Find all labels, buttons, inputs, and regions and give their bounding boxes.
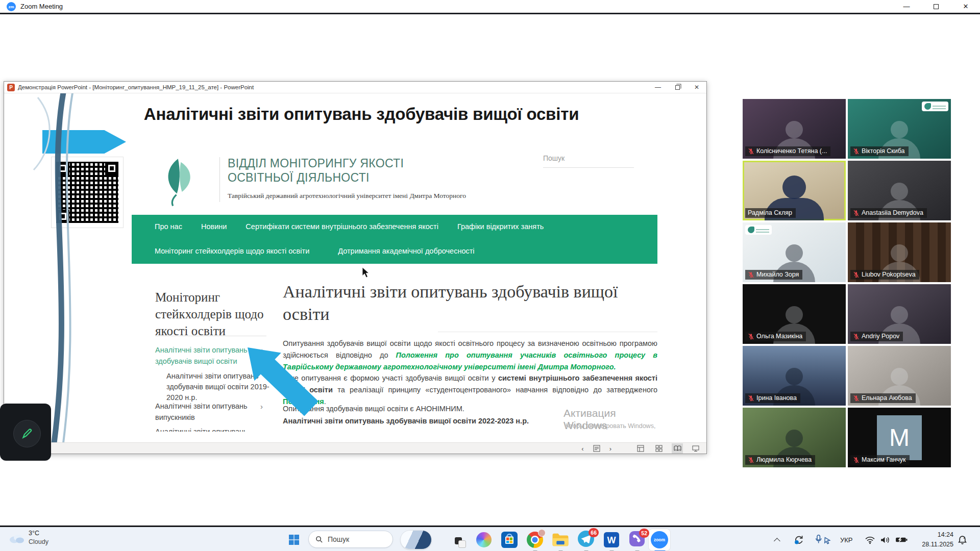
tray-expand-button[interactable] bbox=[776, 527, 780, 551]
muted-mic-icon bbox=[748, 333, 754, 340]
participant-tile-3[interactable]: Радміла Скляр bbox=[743, 161, 846, 220]
nav-integrity: Дотримання академічної доброчесності bbox=[338, 247, 474, 255]
notifications-bell-icon[interactable]: z bbox=[958, 527, 967, 551]
leaf-icon bbox=[748, 227, 754, 233]
wifi-tray-icon[interactable] bbox=[865, 527, 875, 551]
participant-name: Andriy Popov bbox=[862, 333, 899, 340]
participant-tile-4[interactable]: Anastasiia Demydova bbox=[848, 161, 951, 220]
participant-tile-11[interactable]: Людмила Кюрчева bbox=[743, 408, 846, 467]
muted-mic-icon bbox=[853, 210, 860, 216]
microsoft-store-button[interactable] bbox=[499, 530, 520, 550]
participant-tile-1[interactable]: Колісниченко Тетяна (... bbox=[743, 99, 846, 159]
pen-icon bbox=[20, 427, 34, 440]
sync-tray-icon[interactable] bbox=[793, 527, 804, 551]
chrome-button[interactable] bbox=[525, 530, 545, 550]
ppt-minimize-button[interactable]: — bbox=[648, 82, 668, 93]
participant-name-label: Ельнара Аюбова bbox=[850, 393, 916, 403]
nav-monitoring: Моніторинг стейкхолдерів щодо якості осв… bbox=[155, 247, 309, 255]
zoom-taskbar-button[interactable]: zoom bbox=[648, 529, 671, 551]
svg-text:W: W bbox=[607, 535, 616, 545]
zoom-window-title: Zoom Meeting bbox=[20, 3, 63, 10]
sidebar-link-analytic-reports: Аналітичні звіти опитувань здобувачів ви… bbox=[155, 345, 260, 367]
participant-name: Людмила Кюрчева bbox=[756, 456, 812, 463]
logo-text-lines bbox=[756, 228, 769, 233]
viber-button[interactable]: 52 bbox=[627, 530, 647, 550]
participant-name: Вікторія Скиба bbox=[862, 147, 905, 155]
participant-tile-5[interactable]: Михайло Зоря bbox=[743, 222, 846, 282]
taskbar: 3°CCloudy Пошук 66 W 52 zoom bbox=[0, 525, 980, 551]
avatar: M bbox=[877, 415, 922, 460]
zoom-app-taskbar-icon: zoom bbox=[651, 531, 668, 548]
participant-name: Михайло Зоря bbox=[756, 271, 799, 278]
nav-schedules: Графіки відкритих занять bbox=[457, 222, 544, 231]
powerpoint-window: P Демонстрація PowerPoint - [Моніторинг_… bbox=[4, 81, 707, 454]
participant-tile-6[interactable]: Liubov Pokoptseva bbox=[848, 222, 951, 282]
site-header-title: ВІДДІЛ МОНІТОРИНГУ ЯКОСТІ ОСВІТНЬОЇ ДІЯЛ… bbox=[228, 156, 473, 185]
notes-button[interactable] bbox=[591, 443, 602, 454]
annotate-pen-button[interactable] bbox=[13, 420, 41, 447]
task-view-button[interactable] bbox=[448, 530, 469, 550]
muted-mic-icon bbox=[853, 395, 860, 402]
maximize-button[interactable] bbox=[922, 0, 950, 13]
muted-mic-icon bbox=[853, 333, 860, 340]
p2-text2: та реалізації принципу «студентоцентрова… bbox=[333, 386, 657, 394]
previous-slide-button[interactable]: ‹ bbox=[581, 445, 583, 453]
taskbar-search[interactable]: Пошук bbox=[308, 531, 393, 548]
weather-temp: 3°C bbox=[29, 529, 48, 538]
close-button[interactable]: ✕ bbox=[951, 0, 980, 13]
header-divider bbox=[219, 157, 220, 202]
participant-tile-9[interactable]: Ірина Іванова bbox=[743, 346, 846, 406]
file-explorer-button[interactable] bbox=[550, 530, 571, 550]
participant-name-label: Liubov Pokoptseva bbox=[850, 270, 919, 280]
participant-name-label: Вікторія Скиба bbox=[850, 146, 909, 156]
participant-tile-8[interactable]: Andriy Popov bbox=[848, 284, 951, 344]
next-slide-button[interactable]: › bbox=[609, 445, 611, 453]
participant-name-label: Anastasiia Demydova bbox=[850, 208, 927, 218]
participant-name-label: Колісниченко Тетяна (... bbox=[745, 146, 830, 156]
weather-condition: Cloudy bbox=[29, 538, 48, 546]
folder-icon bbox=[552, 533, 569, 547]
zoom-window-titlebar: zm Zoom Meeting — ✕ bbox=[0, 0, 980, 14]
normal-view-button[interactable] bbox=[635, 443, 646, 454]
participant-tile-7[interactable]: Ольга Мазикіна bbox=[743, 284, 846, 344]
store-icon bbox=[501, 532, 518, 548]
tray-date: 28.11.2025 bbox=[913, 540, 953, 549]
participant-tile-12[interactable]: M Максим Ганчук bbox=[848, 408, 951, 467]
paragraph-2: Таке опитування є формою участі здобувач… bbox=[283, 372, 657, 408]
battery-tray-icon[interactable] bbox=[895, 527, 908, 551]
participant-name: Anastasiia Demydova bbox=[862, 209, 923, 216]
mic-location-tray-icons[interactable] bbox=[815, 527, 832, 551]
university-logo-chip bbox=[745, 225, 772, 235]
reading-view-button[interactable] bbox=[672, 443, 683, 454]
chevron-down-icon: › bbox=[257, 349, 266, 352]
powerpoint-titlebar: P Демонстрація PowerPoint - [Моніторинг_… bbox=[4, 82, 706, 93]
site-search-underline bbox=[543, 167, 634, 168]
site-search-placeholder: Пошук bbox=[543, 154, 565, 162]
participant-name-label: Михайло Зоря bbox=[745, 270, 802, 280]
minimize-button[interactable]: — bbox=[892, 0, 921, 13]
clock[interactable]: 14:24 28.11.2025 bbox=[913, 530, 953, 549]
language-indicator[interactable]: УКР bbox=[840, 527, 853, 551]
leaf-icon bbox=[924, 103, 931, 110]
participant-tile-10[interactable]: Ельнара Аюбова bbox=[848, 346, 951, 406]
ppt-close-button[interactable]: ✕ bbox=[687, 82, 706, 93]
search-icon bbox=[315, 536, 323, 543]
participant-name: Максим Ганчук bbox=[862, 456, 906, 463]
volume-tray-icon[interactable] bbox=[880, 527, 891, 551]
weather-widget[interactable]: 3°CCloudy bbox=[7, 529, 48, 546]
slide-area: Аналітичні звіти опитувань здобувачів ви… bbox=[4, 93, 706, 442]
site-header-subtitle: Таврійський державний агротехнологічний … bbox=[228, 192, 466, 200]
widgets-button[interactable] bbox=[400, 530, 432, 549]
telegram-button[interactable]: 66 bbox=[576, 530, 596, 550]
ppt-restore-button[interactable] bbox=[668, 82, 687, 93]
word-button[interactable]: W bbox=[601, 530, 622, 550]
participant-tile-2[interactable]: Вікторія Скиба bbox=[848, 99, 951, 159]
participant-name: Liubov Pokoptseva bbox=[862, 271, 916, 278]
cyan-banner-arrow bbox=[42, 130, 126, 154]
sidebar-sublink-2019-2020: Аналітичні звіти опитувань здобувачів ви… bbox=[166, 371, 273, 403]
slide-sorter-button[interactable] bbox=[653, 443, 665, 454]
university-logo bbox=[151, 152, 207, 208]
slideshow-button[interactable] bbox=[690, 443, 701, 454]
start-button[interactable] bbox=[284, 530, 304, 550]
copilot-button[interactable] bbox=[474, 530, 494, 550]
